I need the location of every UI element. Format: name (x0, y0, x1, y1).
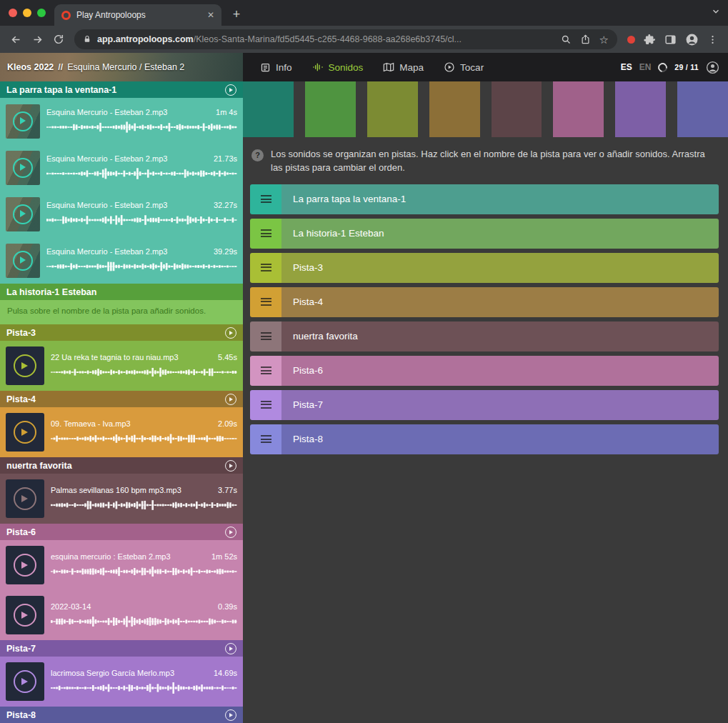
zoom-icon[interactable] (561, 34, 572, 45)
track-swatch[interactable] (367, 81, 418, 137)
clip-thumbnail[interactable] (6, 244, 40, 278)
track-swatch[interactable] (429, 81, 480, 137)
drag-handle[interactable] (250, 184, 281, 214)
track-name: Pista-3 (6, 328, 225, 338)
track-header[interactable]: Pista-7 (0, 640, 243, 657)
zoom-window-button[interactable] (37, 9, 46, 17)
track-swatch[interactable] (492, 81, 542, 137)
audio-clip[interactable]: lacrimosa Sergio García Merlo.mp3 14.69s (0, 657, 243, 707)
audio-clip[interactable]: Esquina Mercurio - Esteban 2.mp3 1m 4s (0, 98, 243, 144)
url-text: app.antropoloops.com/Kleos-Santa-Marina/… (97, 34, 555, 44)
play-clip-button[interactable] (6, 546, 44, 584)
play-track-button[interactable] (225, 327, 236, 339)
drag-handle[interactable] (250, 424, 281, 454)
help-text: Los sonidos se organizan en pistas. Haz … (271, 148, 717, 175)
track-header[interactable]: Pista-4 (0, 391, 243, 407)
drag-handle[interactable] (250, 287, 281, 317)
audio-clip[interactable]: esquina mercurio : Esteban 2.mp3 1m 52s (0, 540, 243, 590)
track-swatch[interactable] (553, 81, 604, 137)
project-title-card[interactable]: Kleos 2022 // Esquina Mercurio / Esteban… (0, 53, 243, 81)
drag-handle[interactable] (250, 219, 281, 249)
track-list: La parra tapa la ventana-1 La historia-1… (243, 175, 728, 454)
track-swatch[interactable] (677, 81, 728, 137)
clip-thumbnail[interactable] (6, 104, 40, 139)
play-track-button[interactable] (225, 460, 236, 472)
new-tab-button[interactable]: + (227, 5, 246, 24)
drag-handle[interactable] (250, 253, 281, 283)
clip-title: Esquina Mercurio - Esteban 2.mp3 (46, 108, 171, 116)
track-swatch[interactable] (615, 81, 666, 137)
lang-en-toggle[interactable]: EN (639, 62, 652, 72)
back-button[interactable] (6, 29, 26, 49)
audio-clip[interactable]: Esquina Mercurio - Esteban 2.mp3 32.27s (0, 191, 243, 237)
track-row[interactable]: Pista-4 (250, 287, 719, 317)
tab-mapa[interactable]: Mapa (383, 62, 424, 73)
play-clip-button[interactable] (6, 346, 44, 385)
clip-thumbnail[interactable] (6, 197, 40, 231)
track-row[interactable]: Pista-6 (250, 356, 719, 386)
track-row[interactable]: Pista-7 (250, 390, 719, 420)
close-window-button[interactable] (9, 9, 17, 17)
audio-clip[interactable]: Palmas sevillanas 160 bpm mp3.mp3 3.77s (0, 474, 243, 524)
tab-tocar[interactable]: Tocar (444, 61, 484, 73)
browser-tab[interactable]: Play Antropoloops ✕ (54, 4, 221, 26)
recorder-extension-icon[interactable] (627, 36, 635, 44)
remix-title: Esquina Mercurio / Esteban 2 (67, 62, 184, 72)
play-circle-icon (444, 61, 455, 73)
play-track-button[interactable] (225, 709, 236, 721)
tab-sonidos-label: Sonidos (329, 62, 364, 73)
drag-handle[interactable] (250, 390, 281, 420)
share-icon[interactable] (580, 34, 591, 45)
forward-button[interactable] (27, 29, 47, 49)
account-icon[interactable] (706, 61, 719, 74)
track-header[interactable]: Pista-3 (0, 324, 243, 341)
tab-close-icon[interactable]: ✕ (206, 10, 216, 20)
clip-thumbnail[interactable] (6, 151, 40, 185)
side-panel-icon[interactable] (664, 34, 677, 46)
audio-clip[interactable]: Esquina Mercurio - Esteban 2.mp3 39.29s (0, 237, 243, 284)
drag-handle[interactable] (250, 356, 281, 386)
lang-es-toggle[interactable]: ES (621, 62, 632, 72)
audio-clip[interactable]: Esquina Mercurio - Esteban 2.mp3 21.73s (0, 144, 243, 191)
refresh-button[interactable] (49, 29, 69, 49)
play-track-button[interactable] (225, 527, 236, 538)
track-row[interactable]: La parra tapa la ventana-1 (250, 184, 719, 214)
track-swatch[interactable] (305, 81, 356, 137)
track-header[interactable]: Pista-8 (0, 707, 243, 723)
play-clip-button[interactable] (6, 662, 44, 701)
track-row[interactable]: La historia-1 Esteban (250, 219, 719, 249)
play-clip-button[interactable] (6, 596, 44, 634)
play-track-button[interactable] (225, 394, 236, 405)
waveform (46, 120, 237, 134)
audio-clip[interactable]: 22 Ua reka te tagnia to rau niau.mp3 5.4… (0, 341, 243, 391)
audio-clip[interactable]: 2022-03-14 0.39s (0, 590, 243, 640)
antropoloops-favicon-icon (61, 11, 71, 20)
play-track-button[interactable] (225, 84, 236, 96)
play-clip-button[interactable] (6, 413, 44, 452)
track-row[interactable]: Pista-8 (250, 424, 719, 454)
profile-avatar-icon[interactable] (685, 33, 699, 46)
track-swatch[interactable] (243, 81, 294, 137)
browser-menu-icon[interactable] (707, 34, 718, 45)
tab-search-chevron-icon[interactable] (711, 6, 721, 19)
play-track-button[interactable] (225, 643, 236, 654)
map-icon (383, 62, 394, 72)
audio-clip[interactable]: 09. Temaeva - Iva.mp3 2.09s (0, 407, 243, 457)
tab-sonidos[interactable]: Sonidos (312, 62, 364, 73)
track-header[interactable]: La historia-1 Esteban (0, 284, 243, 300)
bookmark-star-icon[interactable]: ☆ (599, 34, 609, 45)
extensions-puzzle-icon[interactable] (644, 34, 656, 46)
drag-handle[interactable] (250, 321, 281, 351)
track-row[interactable]: nuertra favorita (250, 321, 719, 351)
track-header[interactable]: Pista-6 (0, 524, 243, 540)
play-clip-button[interactable] (6, 479, 44, 518)
address-bar[interactable]: app.antropoloops.com/Kleos-Santa-Marina/… (74, 29, 617, 49)
waveform (46, 259, 237, 274)
clip-duration: 0.39s (218, 602, 237, 611)
track-header[interactable]: nuertra favorita (0, 457, 243, 474)
minimize-window-button[interactable] (23, 9, 31, 17)
tab-tocar-label: Tocar (460, 62, 484, 73)
track-header[interactable]: La parra tapa la ventana-1 (0, 81, 243, 98)
track-row[interactable]: Pista-3 (250, 253, 719, 283)
tab-info[interactable]: Info (260, 62, 292, 73)
